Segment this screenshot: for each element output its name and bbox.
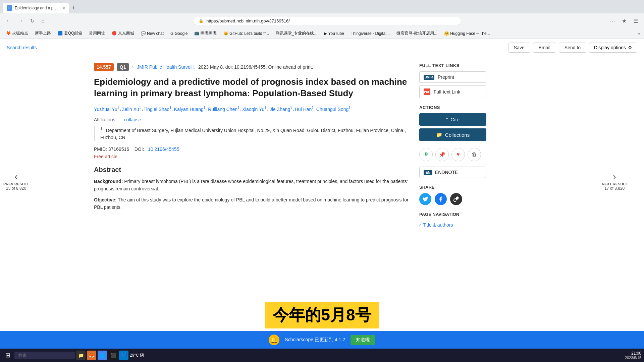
cite-label: Cite <box>450 117 460 122</box>
prev-arrow-icon: ‹ <box>3 171 29 182</box>
preprint-label: Preprint <box>438 74 454 80</box>
home-button[interactable]: ⌂ <box>39 16 47 25</box>
abstract-section: Abstract Background: Primary breast lymp… <box>94 166 413 211</box>
delete-button[interactable]: 🗑 <box>468 148 481 161</box>
extensions-button[interactable]: ⋯ <box>608 16 617 25</box>
send-to-button[interactable]: Send to <box>559 43 586 53</box>
bookmark-item[interactable]: 腾讯课堂_专业的在线... <box>274 30 320 37</box>
display-options-button[interactable]: Display options ⚙ <box>589 43 637 53</box>
bookmark-item[interactable]: 🐱 GitHub: Let's build fr... <box>221 31 271 37</box>
bookmarks-button[interactable]: ★ <box>620 16 629 25</box>
pin-button[interactable]: 📌 <box>435 148 449 161</box>
refresh-button[interactable]: ↻ <box>28 16 37 25</box>
collections-folder-icon: 📁 <box>436 132 442 138</box>
full-link-label: Full-text Link <box>434 89 460 95</box>
gear-icon: ⚙ <box>628 45 632 50</box>
author-link[interactable]: Chuangui Song1 <box>316 106 351 112</box>
taskbar-chrome-icon[interactable]: 🌐 <box>98 351 107 360</box>
twitter-share-button[interactable] <box>419 193 431 205</box>
collections-button[interactable]: 📁 Collections <box>419 128 486 141</box>
page-navigation-section: PAGE NAVIGATION ‹ Title & authors <box>419 212 486 230</box>
bookmark-item[interactable]: 📺 嗶哩嗶哩 <box>192 30 218 37</box>
back-button[interactable]: ← <box>4 16 13 25</box>
bookmark-item[interactable]: 🦊 火狐站点 <box>4 30 30 37</box>
copy-link-button[interactable] <box>450 193 462 205</box>
author-link[interactable]: Kaiyan Huang1 <box>174 106 206 112</box>
active-tab[interactable]: P Epidemiology and a predic... × <box>3 3 69 13</box>
tab-close-button[interactable]: × <box>62 5 65 11</box>
cite-button[interactable]: " Cite <box>419 113 486 126</box>
preprint-button[interactable]: JMIR Preprint <box>419 71 486 83</box>
bookmark-item[interactable]: 新手上路 <box>33 30 53 37</box>
save-button[interactable]: Save <box>508 43 530 53</box>
bookmark-item[interactable]: Thingiverse - Digital... <box>349 31 392 37</box>
full-text-link-button[interactable]: PDF Full-text Link <box>419 85 486 98</box>
taskbar-clock: 21:00 2023/5/15 <box>625 351 641 360</box>
bookmark-item[interactable]: ▶ YouTube <box>322 31 346 37</box>
bookmark-item[interactable]: G Google <box>168 31 190 37</box>
search-results-link[interactable]: Search results <box>7 45 37 50</box>
author-link[interactable]: Hui Han1 <box>295 106 314 112</box>
quartile-badge: Q1 <box>117 63 129 71</box>
tab-title: Epidemiology and a predic... <box>15 6 58 10</box>
next-result-nav[interactable]: › NEXT RESULT 17 of 8,820 <box>602 171 627 191</box>
author-link[interactable]: Zelin Xu1 <box>122 106 141 112</box>
display-options-label: Display options <box>594 45 626 50</box>
bookmark-item[interactable]: 🟦 登QQ邮箱 <box>56 30 84 37</box>
menu-button[interactable]: ☰ <box>631 16 640 25</box>
objective-label: Objective: <box>94 197 117 202</box>
page-nav-title-authors[interactable]: ‹ Title & authors <box>419 220 486 230</box>
notification-bar: 🔔 Scholarscope 已更新到 4.1.2 知道啦 <box>0 331 644 349</box>
heart-button[interactable]: ♥ <box>451 148 465 161</box>
chevron-left-icon: ‹ <box>419 222 421 228</box>
bookmark-item[interactable]: 🤗 Hugging Face – The... <box>442 31 492 37</box>
share-section: SHARE <box>419 185 486 205</box>
journal-chevron-icon: › <box>132 64 134 70</box>
email-button[interactable]: Email <box>533 43 556 53</box>
collapse-link[interactable]: — collapse <box>118 117 141 122</box>
page-nav-title: PAGE NAVIGATION <box>419 212 486 217</box>
new-tab-button[interactable]: + <box>69 3 78 13</box>
taskbar-explorer-icon[interactable]: 📁 <box>76 351 86 360</box>
journal-name-link[interactable]: JMIR Public Health Surveill. <box>137 64 195 70</box>
affiliation-block: 1 Department of Breast Surgery, Fujian M… <box>94 126 413 141</box>
author-link[interactable]: Ruiliang Chen1 <box>208 106 239 112</box>
address-bar[interactable]: 🔒 https://pubmed.ncbi.nlm.nih.gov/371695… <box>193 17 461 25</box>
prev-result-nav[interactable]: ‹ PREV RESULT 15 of 8,820 <box>3 171 29 191</box>
author-link[interactable]: Yushuai Yu1 <box>94 106 119 112</box>
abstract-title: Abstract <box>94 166 413 174</box>
authors-list: Yushuai Yu1, Zelin Xu1, Tinglei Shao1, K… <box>94 106 413 112</box>
taskbar-terminal-icon[interactable]: ⬛ <box>108 351 118 360</box>
author-link[interactable]: Jie Zhang1 <box>270 106 292 112</box>
bookmark-item[interactable]: 💬 New chat <box>139 31 166 37</box>
taskbar-date: 2023/5/15 <box>625 356 641 360</box>
taskbar-vscode-icon[interactable]: 💙 <box>119 351 128 360</box>
abstract-objective: Objective: The aim of this study was to … <box>94 196 413 211</box>
article-ids: PMID: 37169516 DOI: 10.2196/45455 Free a… <box>94 146 413 159</box>
page-toolbar: Search results Save Email Send to Displa… <box>0 39 644 56</box>
objective-text: The aim of this study was to explore the… <box>94 197 409 210</box>
doi-link[interactable]: 10.2196/45455 <box>148 146 179 152</box>
author-link[interactable]: Tinglei Shao1 <box>144 106 171 112</box>
prev-result-count: 15 of 8,820 <box>3 186 29 191</box>
next-arrow-icon: › <box>602 171 627 182</box>
nav-bar: ← → ↻ ⌂ 🔒 https://pubmed.ncbi.nlm.nih.go… <box>0 13 644 28</box>
full-text-links-section: FULL TEXT LINKS JMIR Preprint PDF Full-t… <box>419 63 486 98</box>
bookmarks-more-button[interactable]: » <box>637 31 640 36</box>
taskbar-firefox-icon[interactable]: 🦊 <box>87 351 96 360</box>
start-button[interactable]: ⊞ <box>3 350 13 360</box>
browser-chrome: P Epidemiology and a predic... × + ← → ↻… <box>0 0 644 39</box>
bookmark-item[interactable]: 🔴 京东商城 <box>110 30 136 37</box>
share-title: SHARE <box>419 185 486 190</box>
bookmark-item[interactable]: 常用网址 <box>87 30 107 37</box>
cite-quote-icon: " <box>446 117 448 122</box>
sidebar: FULL TEXT LINKS JMIR Preprint PDF Full-t… <box>419 63 486 230</box>
eye-button[interactable]: 👁 <box>419 148 433 161</box>
bookmark-item[interactable]: 微店官网-微信开店用... <box>394 30 439 37</box>
endnote-button[interactable]: EN ENDNOTE <box>419 167 486 178</box>
notification-button[interactable]: 知道啦 <box>351 335 375 345</box>
author-link[interactable]: Xiaoqin Yu1 <box>242 106 266 112</box>
forward-button[interactable]: → <box>16 16 25 25</box>
facebook-share-button[interactable] <box>435 193 447 205</box>
taskbar-search-input[interactable] <box>14 352 75 359</box>
